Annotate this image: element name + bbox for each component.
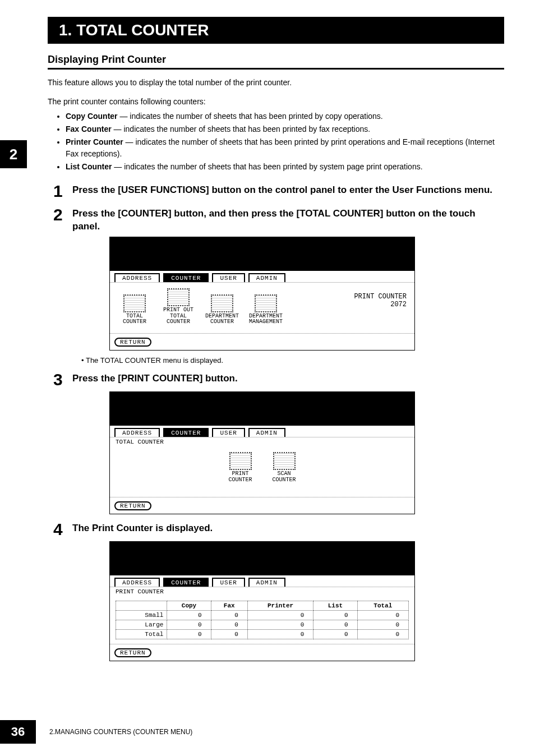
- table-header: Total: [357, 601, 408, 611]
- step-text: Press the [COUNTER] button, and then pre…: [72, 206, 504, 233]
- icon-label: SCAN COUNTER: [266, 471, 302, 483]
- scan-counter-button[interactable]: SCAN COUNTER: [266, 452, 302, 483]
- step-3: 3 Press the [PRINT COUNTER] button.: [53, 371, 504, 388]
- list-icon: [123, 294, 146, 312]
- print-counter-table: Copy Fax Printer List Total Small 0 0 0 …: [116, 601, 409, 639]
- step-text: The Print Counter is displayed.: [72, 521, 213, 538]
- icon-label: DEPARTMENT MANAGEMENT: [248, 314, 284, 325]
- counter-name: Fax Counter: [66, 125, 112, 133]
- icon-label: PRINT COUNTER: [223, 471, 259, 483]
- print-counter-readout: PRINT COUNTER 2072: [354, 293, 407, 309]
- row-label: Total: [116, 630, 167, 639]
- table-header: Fax: [211, 601, 247, 611]
- lead-text: The print counter contains following cou…: [48, 96, 504, 108]
- cell: 0: [313, 620, 357, 630]
- screen-black-band: [110, 237, 414, 271]
- cell: 0: [211, 620, 247, 630]
- table-row: Large 0 0 0 0 0: [116, 620, 409, 630]
- step-number: 1: [53, 183, 72, 200]
- counter-name: Copy Counter: [66, 112, 118, 121]
- step-number: 2: [53, 206, 72, 233]
- icon-row: PRINT COUNTER SCAN COUNTER: [117, 452, 408, 483]
- print-counter-button[interactable]: PRINT COUNTER: [223, 452, 259, 483]
- cell: 0: [313, 630, 357, 639]
- table-header: List: [313, 601, 357, 611]
- page-title: 1. TOTAL COUNTER: [48, 17, 504, 44]
- page-number: 36: [0, 720, 36, 744]
- row-label: Small: [116, 611, 167, 620]
- tab-row: ADDRESS COUNTER USER ADMIN: [110, 575, 414, 587]
- table-header: Printer: [247, 601, 313, 611]
- cell: 0: [247, 620, 313, 630]
- cell: 0: [167, 630, 211, 639]
- section-heading: Displaying Print Counter: [48, 54, 504, 66]
- step-4: 4 The Print Counter is displayed.: [53, 521, 504, 538]
- print-out-total-counter-button[interactable]: PRINT OUT TOTAL COUNTER: [160, 288, 196, 325]
- touchscreen-mock-1: ADDRESS COUNTER USER ADMIN TOTAL COUNTER…: [109, 237, 415, 351]
- tab-admin[interactable]: ADMIN: [248, 273, 285, 282]
- tab-admin[interactable]: ADMIN: [248, 578, 285, 587]
- intro-text: This feature allows you to display the t…: [48, 77, 504, 89]
- total-counter-button[interactable]: TOTAL COUNTER: [117, 294, 153, 325]
- tab-row: ADDRESS COUNTER USER ADMIN: [110, 426, 414, 437]
- touchscreen-mock-3: ADDRESS COUNTER USER ADMIN PRINT COUNTER…: [109, 541, 415, 661]
- tab-address[interactable]: ADDRESS: [114, 428, 160, 437]
- counter-desc: — indicates the number of sheets that ha…: [66, 137, 495, 158]
- step-1: 1 Press the [USER FUNCTIONS] button on t…: [53, 183, 504, 200]
- department-management-button[interactable]: DEPARTMENT MANAGEMENT: [248, 294, 284, 325]
- return-button[interactable]: RETURN: [114, 501, 151, 510]
- step-number: 3: [53, 371, 72, 388]
- tab-counter[interactable]: COUNTER: [163, 273, 209, 282]
- cell: 0: [357, 620, 408, 630]
- icon-label: PRINT OUT TOTAL COUNTER: [160, 307, 196, 325]
- tab-admin[interactable]: ADMIN: [248, 428, 285, 437]
- step-2-note: The TOTAL COUNTER menu is displayed.: [81, 356, 504, 365]
- counter-name: List Counter: [66, 162, 112, 171]
- cell: 0: [357, 630, 408, 639]
- screen-black-band: [110, 392, 414, 426]
- return-button[interactable]: RETURN: [114, 338, 151, 347]
- cell: 0: [167, 620, 211, 630]
- counter-desc: — indicates the number of sheets that ha…: [112, 125, 371, 133]
- touchscreen-mock-2: ADDRESS COUNTER USER ADMIN TOTAL COUNTER…: [109, 391, 415, 514]
- counter-definitions: Copy Counter — indicates the number of s…: [58, 110, 504, 173]
- cell: 0: [357, 611, 408, 620]
- printer-icon: [167, 288, 190, 306]
- icon-label: TOTAL COUNTER: [117, 314, 153, 325]
- cell: 0: [313, 611, 357, 620]
- list-icon: [229, 452, 252, 470]
- tab-user[interactable]: USER: [212, 578, 245, 587]
- counter-desc: — indicates the number of sheets that ha…: [118, 112, 383, 121]
- row-label: Large: [116, 620, 167, 630]
- table-header-row: Copy Fax Printer List Total: [116, 601, 409, 611]
- table-header: [116, 601, 167, 611]
- table-row: Small 0 0 0 0 0: [116, 611, 409, 620]
- tab-user[interactable]: USER: [212, 273, 245, 282]
- screen-caption: PRINT COUNTER: [110, 587, 414, 596]
- step-text: Press the [PRINT COUNTER] button.: [72, 371, 238, 388]
- step-2: 2 Press the [COUNTER] button, and then p…: [53, 206, 504, 233]
- step-text: Press the [USER FUNCTIONS] button on the…: [72, 183, 492, 200]
- screen-caption: TOTAL COUNTER: [110, 437, 414, 446]
- cell: 0: [211, 611, 247, 620]
- counter-name: Printer Counter: [66, 137, 123, 146]
- tab-user[interactable]: USER: [212, 428, 245, 437]
- cell: 0: [247, 611, 313, 620]
- counter-desc: — indicates the number of sheets that ha…: [112, 162, 422, 171]
- tab-address[interactable]: ADDRESS: [114, 578, 160, 587]
- tab-counter[interactable]: COUNTER: [163, 428, 209, 437]
- table-header: Copy: [167, 601, 211, 611]
- cell: 0: [211, 630, 247, 639]
- table-row: Total 0 0 0 0 0: [116, 630, 409, 639]
- tab-row: ADDRESS COUNTER USER ADMIN: [110, 271, 414, 283]
- return-button[interactable]: RETURN: [114, 648, 151, 657]
- tab-address[interactable]: ADDRESS: [114, 273, 160, 282]
- footer-text: 2.MANAGING COUNTERS (COUNTER MENU): [49, 728, 192, 736]
- tab-counter[interactable]: COUNTER: [163, 578, 209, 587]
- section-rule: [48, 68, 504, 70]
- key-icon: [211, 294, 233, 312]
- cell: 0: [247, 630, 313, 639]
- department-counter-button[interactable]: DEPARTMENT COUNTER: [204, 294, 240, 325]
- step-number: 4: [53, 521, 72, 538]
- lock-icon: [255, 294, 277, 312]
